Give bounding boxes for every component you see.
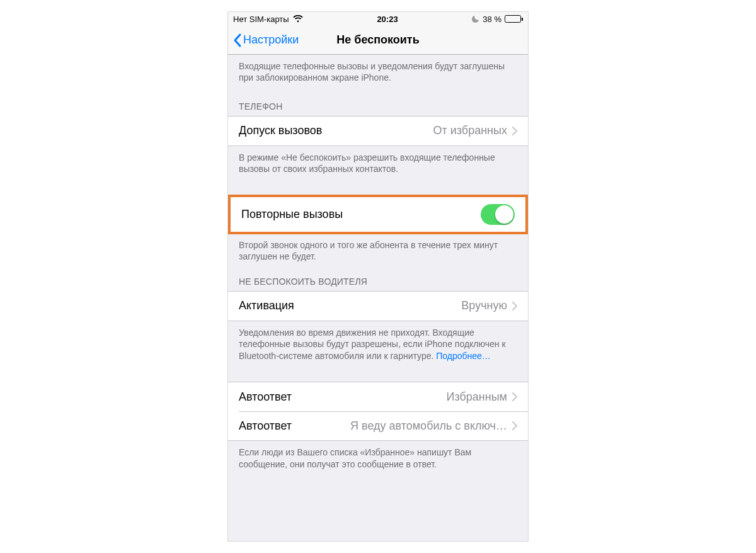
spacer xyxy=(228,180,528,195)
battery-icon xyxy=(505,15,523,23)
status-time: 20:23 xyxy=(377,14,398,24)
activate-note: Уведомления во время движения не приходя… xyxy=(228,321,528,367)
section-header-phone: ТЕЛЕФОН xyxy=(228,89,528,116)
learn-more-link[interactable]: Подробнее… xyxy=(436,351,491,361)
autoreply-recipients-row[interactable]: Автоответ Избранным xyxy=(228,382,528,411)
phone-frame: Нет SIM-карты 20:23 38 % Настройки Не бе… xyxy=(227,11,529,542)
cell-group: Активация Вручную xyxy=(228,291,528,321)
activate-label: Активация xyxy=(239,299,294,312)
activate-row[interactable]: Активация Вручную xyxy=(228,292,528,321)
chevron-right-icon xyxy=(512,392,517,401)
repeated-calls-toggle[interactable] xyxy=(481,204,515,225)
cell-group: Допуск вызовов От избранных xyxy=(228,116,528,146)
repeated-calls-row: Повторные вызовы xyxy=(231,197,525,232)
status-bar: Нет SIM-карты 20:23 38 % xyxy=(228,12,528,26)
autoreply-recipients-label: Автоответ xyxy=(239,391,292,404)
moon-icon xyxy=(472,15,479,23)
autoreply-note: Если люди из Вашего списка «Избранное» н… xyxy=(228,441,528,475)
status-left: Нет SIM-карты xyxy=(233,14,303,24)
chevron-right-icon xyxy=(512,127,517,135)
battery-percent: 38 % xyxy=(483,14,501,24)
chevron-right-icon xyxy=(512,302,517,311)
allow-calls-row[interactable]: Допуск вызовов От избранных xyxy=(228,117,528,145)
back-button[interactable]: Настройки xyxy=(233,33,299,47)
autoreply-message-label: Автоответ xyxy=(239,419,292,433)
content-scroll[interactable]: Входящие телефонные вызовы и уведомления… xyxy=(228,55,528,475)
repeated-calls-note: Второй звонок одного и того же абонента … xyxy=(228,234,528,268)
chevron-left-icon xyxy=(233,33,241,47)
section-header-drive: НЕ БЕСПОКОИТЬ ВОДИТЕЛЯ xyxy=(228,268,528,291)
carrier-text: Нет SIM-карты xyxy=(233,14,289,24)
allow-calls-value: От избранных xyxy=(433,124,507,137)
allow-calls-label: Допуск вызовов xyxy=(239,124,322,137)
autoreply-recipients-value: Избранным xyxy=(446,391,507,404)
spacer xyxy=(228,367,528,382)
toggle-knob xyxy=(495,205,513,224)
repeated-calls-label: Повторные вызовы xyxy=(241,208,343,221)
autoreply-message-value: Я веду автомобиль с включ… xyxy=(350,419,507,433)
chevron-right-icon xyxy=(512,421,517,430)
highlight-box: Повторные вызовы xyxy=(228,195,528,234)
status-right: 38 % xyxy=(472,14,523,24)
nav-bar: Настройки Не беспокоить xyxy=(228,26,528,55)
cell-group: Повторные вызовы xyxy=(231,197,525,232)
allow-calls-note: В режиме «Не беспокоить» разрешить входя… xyxy=(228,146,528,180)
autoreply-message-row[interactable]: Автоответ Я веду автомобиль с включ… xyxy=(228,411,528,440)
cell-group: Автоответ Избранным Автоответ Я веду авт… xyxy=(228,382,528,441)
wifi-icon xyxy=(293,15,303,23)
page-title: Не беспокоить xyxy=(336,33,420,47)
intro-note: Входящие телефонные вызовы и уведомления… xyxy=(228,55,528,89)
back-label: Настройки xyxy=(243,33,299,47)
activate-value: Вручную xyxy=(461,299,507,312)
